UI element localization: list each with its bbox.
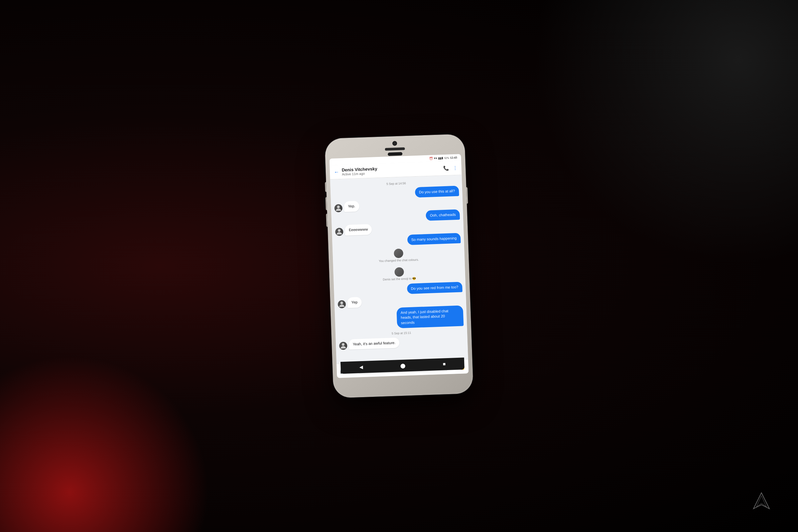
avatar	[339, 342, 347, 350]
svg-point-2	[341, 302, 343, 304]
system-text: You changed the chat colours.	[379, 258, 419, 263]
status-time: 12:43	[450, 156, 457, 159]
wifi-icon: ▾▾	[434, 157, 437, 160]
message-row: And yeah, I just disabled chat heads, th…	[338, 305, 463, 330]
message-bubble: Eeeewwww	[345, 224, 373, 235]
system-avatar	[394, 267, 404, 277]
phone: ⏰ ▾▾ ▮▮▮ 92% 12:43 ← Denis Vitchevsky Ac…	[325, 134, 474, 398]
silent-button	[325, 182, 326, 192]
system-text: Denis set the emoji to 😎	[383, 277, 416, 281]
status-icons: ⏰ ▾▾ ▮▮▮ 92% 12:43	[429, 156, 457, 160]
phone-screen: ⏰ ▾▾ ▮▮▮ 92% 12:43 ← Denis Vitchevsky Ac…	[329, 154, 469, 378]
nav-back-button[interactable]: ◀	[359, 364, 363, 370]
front-camera	[392, 141, 397, 146]
svg-point-0	[337, 206, 340, 208]
volume-up-button	[325, 197, 327, 210]
back-button[interactable]: ←	[334, 169, 340, 175]
more-options-icon[interactable]: ⋮	[453, 165, 458, 171]
header-info: Denis Vitchevsky Active 11m ago	[342, 164, 441, 176]
bg-dark-right	[499, 0, 798, 299]
system-avatar	[394, 248, 403, 258]
header-actions: 📞 ⋮	[443, 165, 458, 171]
svg-point-3	[342, 343, 344, 346]
verge-logo	[752, 491, 772, 512]
svg-point-1	[338, 229, 341, 232]
system-message: You changed the chat colours.	[336, 246, 461, 264]
nav-home-button[interactable]: ⬤	[400, 363, 406, 369]
avatar	[338, 300, 346, 308]
message-bubble: Ooh, chatheads	[426, 209, 460, 221]
top-speaker	[385, 147, 405, 151]
message-row: Yeah, it's an awful feature.	[339, 335, 464, 350]
avatar	[335, 227, 343, 236]
alarm-icon: ⏰	[429, 157, 433, 160]
messages-area: 5 Sep at 14:56 Do you use this at all? Y…	[330, 175, 468, 363]
message-bubble: So many sounds happening	[407, 233, 460, 245]
call-icon[interactable]: 📞	[443, 165, 449, 171]
message-bubble: Do you use this at all?	[415, 186, 459, 198]
system-message: Denis set the emoji to 😎	[337, 265, 462, 283]
nav-recents-button[interactable]: ■	[443, 361, 446, 367]
phone-wrapper: ⏰ ▾▾ ▮▮▮ 92% 12:43 ← Denis Vitchevsky Ac…	[325, 134, 474, 398]
avatar	[334, 204, 342, 212]
bg-red-accent	[0, 332, 233, 532]
svg-marker-5	[757, 496, 766, 507]
message-bubble: Yeah, it's an awful feature.	[349, 338, 400, 350]
signal-icon: ▮▮▮	[438, 156, 443, 160]
message-bubble: Do you see red from me too?	[407, 282, 462, 294]
message-bubble: And yeah, I just disabled chat heads, th…	[396, 305, 463, 328]
battery-percent: 92%	[444, 156, 449, 159]
earpiece	[388, 152, 402, 156]
message-bubble: Yep.	[344, 201, 359, 212]
svg-marker-4	[754, 493, 770, 509]
message-bubble: Yep	[347, 297, 362, 308]
volume-down-button	[326, 213, 327, 227]
